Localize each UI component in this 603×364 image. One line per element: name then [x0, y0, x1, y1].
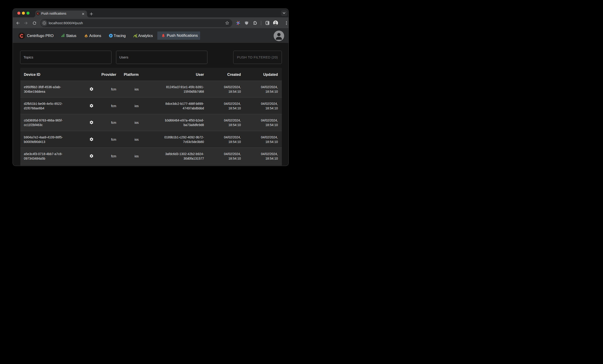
svg-text:uo: uo: [245, 22, 248, 24]
